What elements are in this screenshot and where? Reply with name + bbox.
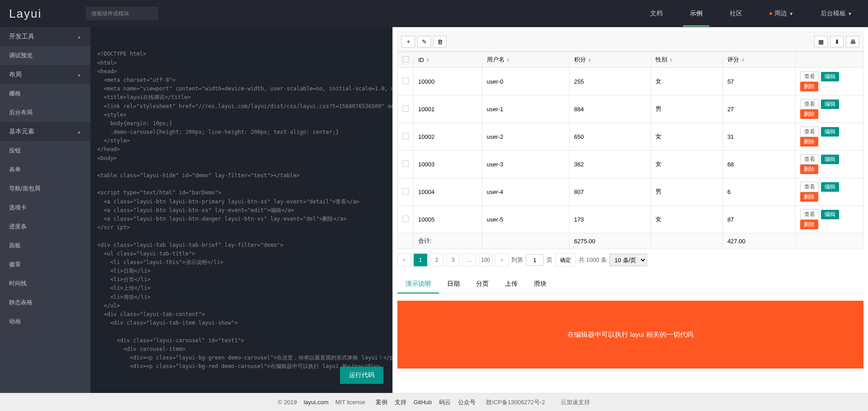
view-button[interactable]: 查看 (800, 71, 819, 82)
footer-link[interactable]: 支持 (395, 399, 406, 406)
sort-icon[interactable]: ▲▼ (669, 58, 673, 62)
view-button[interactable]: 查看 (800, 154, 819, 165)
next-page-icon[interactable]: › (495, 254, 509, 266)
checkbox[interactable] (402, 78, 409, 84)
edit-button[interactable]: 编辑 (821, 210, 839, 219)
tab[interactable]: 分页 (468, 275, 497, 293)
sidebar-item[interactable]: 表单 (0, 160, 90, 179)
sidebar-item[interactable]: 栅格 (0, 84, 90, 103)
view-button[interactable]: 查看 (800, 182, 819, 192)
cell-user: user-3 (482, 151, 569, 178)
sidebar: 开发工具▲调试预览布局▲栅格后台布局基本元素▲按钮表单导航/面包屑选项卡进度条面… (0, 27, 90, 393)
checkbox[interactable] (402, 188, 409, 194)
run-code-button[interactable]: 运行代码 (340, 367, 383, 384)
column-header[interactable]: 评分▲▼ (722, 52, 795, 68)
footer-link[interactable]: 案例 (376, 399, 387, 406)
sidebar-item[interactable]: 布局▲ (0, 65, 90, 84)
column-header[interactable]: 积分▲▼ (569, 52, 651, 68)
delete-button[interactable]: 删除 (800, 137, 818, 146)
view-button[interactable]: 查看 (800, 209, 819, 220)
print-icon[interactable]: 🖶 (846, 36, 859, 47)
goto-confirm-button[interactable]: 确定 (555, 254, 576, 266)
edit-button[interactable]: 编辑 (821, 99, 839, 109)
checkbox[interactable] (402, 133, 409, 139)
page-number[interactable]: 100 (479, 254, 492, 266)
footer-link[interactable]: GitHub (414, 399, 432, 406)
delete-icon[interactable]: 🗑 (433, 36, 447, 47)
page-number[interactable]: 2 (430, 254, 443, 266)
edit-button[interactable]: 编辑 (821, 182, 839, 192)
logo[interactable]: Layui (9, 7, 86, 21)
tab[interactable]: 上传 (497, 275, 526, 293)
delete-button[interactable]: 删除 (800, 192, 818, 202)
add-icon[interactable]: ＋ (401, 36, 415, 47)
prev-page-icon[interactable]: ‹ (397, 254, 411, 266)
sidebar-item[interactable]: 基本元素▲ (0, 122, 90, 141)
tab[interactable]: 日期 (439, 275, 468, 293)
cell-id: 10005 (414, 206, 482, 233)
per-page-select[interactable]: 10 条/页 (609, 254, 647, 266)
sidebar-item[interactable]: 静态表格 (0, 293, 90, 312)
nav-item[interactable]: 示例 (683, 0, 709, 27)
delete-button[interactable]: 删除 (800, 109, 818, 119)
checkbox[interactable] (402, 56, 409, 62)
goto-suffix: 页 (547, 256, 552, 264)
edit-icon[interactable]: ✎ (417, 36, 431, 47)
view-button[interactable]: 查看 (800, 99, 819, 109)
sort-icon[interactable]: ▲▼ (588, 58, 592, 62)
view-button[interactable]: 查看 (800, 127, 819, 137)
sort-icon[interactable]: ▲▼ (741, 58, 745, 62)
sidebar-item[interactable]: 开发工具▲ (0, 27, 90, 46)
sidebar-item[interactable]: 动画 (0, 312, 90, 331)
sort-icon[interactable]: ▲▼ (506, 58, 510, 62)
site-link[interactable]: layui.com (304, 399, 329, 406)
footer-link[interactable]: 码云 (439, 399, 451, 406)
delete-button[interactable]: 删除 (800, 220, 818, 229)
sidebar-item[interactable]: 后台布局 (0, 103, 90, 122)
checkbox[interactable] (402, 216, 409, 222)
tab[interactable]: 滑块 (526, 275, 555, 293)
edit-button[interactable]: 编辑 (821, 72, 839, 81)
sidebar-item[interactable]: 徽章 (0, 255, 90, 274)
nav-item[interactable]: 后台模板▼ (814, 0, 859, 27)
nav-item[interactable]: 周边▼ (763, 0, 800, 27)
columns-icon[interactable]: ▦ (814, 36, 828, 47)
sidebar-item[interactable]: 导航/面包屑 (0, 179, 90, 198)
cell-rate: 27 (722, 95, 795, 123)
search-input[interactable] (86, 7, 158, 20)
sort-icon[interactable]: ▲▼ (426, 58, 430, 62)
checkbox[interactable] (402, 105, 409, 112)
sidebar-item[interactable]: 面板 (0, 236, 90, 255)
sidebar-item[interactable]: 调试预览 (0, 46, 90, 65)
footer-link[interactable]: 公众号 (458, 399, 476, 406)
edit-button[interactable]: 编辑 (821, 127, 839, 137)
data-table: ID▲▼用户名▲▼积分▲▼性别▲▼评分▲▼ 10000user-0255女57查… (397, 52, 863, 249)
table-row: 10002user-2650女31查看 编辑 删除 (398, 123, 863, 151)
column-header[interactable]: ID▲▼ (414, 52, 482, 68)
cell-sex: 女 (651, 123, 723, 151)
nav-item[interactable]: 社区 (723, 0, 749, 27)
delete-button[interactable]: 删除 (800, 82, 818, 91)
checkbox[interactable] (402, 161, 409, 167)
tab[interactable]: 演示说明 (397, 275, 439, 293)
nav-item[interactable]: 文档 (643, 0, 670, 27)
column-header[interactable]: 性别▲▼ (651, 52, 723, 68)
sidebar-item[interactable]: 按钮 (0, 141, 90, 160)
goto-input[interactable] (526, 254, 544, 266)
table-toolbar: ＋ ✎ 🗑 ▦ ⬇ 🖶 (397, 32, 863, 52)
table-row: 10001user-1884男27查看 编辑 删除 (398, 95, 863, 123)
sidebar-item[interactable]: 选项卡 (0, 198, 90, 217)
code-editor[interactable]: <!DOCTYPE html> <html> <head> <meta char… (90, 27, 392, 393)
code-content[interactable]: <!DOCTYPE html> <html> <head> <meta char… (97, 50, 386, 371)
page-number[interactable]: 3 (446, 254, 460, 266)
sidebar-item[interactable]: 进度条 (0, 217, 90, 236)
cell-user: user-0 (482, 68, 569, 95)
table-row: 10004user-4807男6查看 编辑 删除 (398, 178, 863, 206)
export-icon[interactable]: ⬇ (830, 36, 844, 47)
page-number[interactable]: … (462, 254, 476, 266)
page-number[interactable]: 1 (414, 254, 427, 266)
sidebar-item[interactable]: 时间线 (0, 274, 90, 293)
edit-button[interactable]: 编辑 (821, 155, 839, 164)
column-header[interactable]: 用户名▲▼ (482, 52, 569, 68)
delete-button[interactable]: 删除 (800, 165, 818, 174)
